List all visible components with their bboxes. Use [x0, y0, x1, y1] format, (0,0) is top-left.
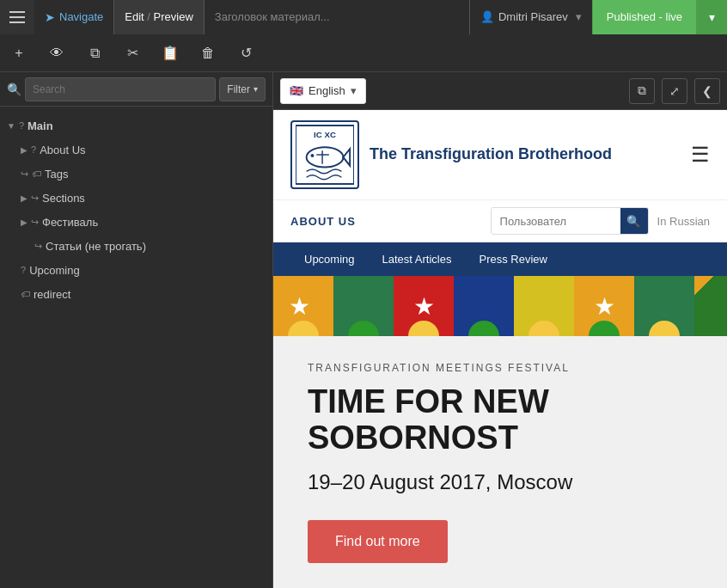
site-search-input[interactable]	[492, 211, 620, 232]
published-dropdown-button[interactable]: ▾	[696, 0, 727, 34]
svg-point-2	[307, 147, 344, 167]
toggle-icon: ▶	[21, 145, 27, 155]
edit-preview-button[interactable]: Edit / Preview	[113, 0, 204, 34]
main-label: Main	[27, 119, 53, 132]
sidebar-search-bar: 🔍 Filter ▾	[0, 72, 272, 107]
add-button[interactable]: +	[0, 34, 38, 72]
eye-button[interactable]: 👁	[38, 34, 76, 72]
published-label: Published - live	[607, 10, 682, 23]
site-nav: Upcoming Latest Articles Press Review	[273, 242, 727, 276]
magnifier-icon: 🔍	[626, 215, 641, 228]
sidebar-tree: ▼ ? Main ▶ ? About Us ↪ 🏷 Tags ▶ ↪ Secti…	[0, 107, 272, 588]
published-button[interactable]: Published - live	[592, 0, 696, 34]
hero-section: ★ ★ ★ TRANSFIGURATION MEETINGS F	[273, 276, 727, 588]
sections-label: Sections	[42, 192, 85, 205]
upcoming-label: Upcoming	[29, 264, 80, 277]
svg-text:★: ★	[594, 293, 615, 320]
search-input[interactable]	[25, 77, 216, 101]
toggle-icon: ▶	[21, 217, 27, 227]
redirect-icon: ↪	[34, 241, 42, 252]
language-dropdown-icon: ▾	[351, 84, 357, 97]
nav-press-review[interactable]: Press Review	[465, 242, 560, 276]
sidebar-item-sections[interactable]: ▶ ↪ Sections	[0, 186, 272, 210]
filter-button[interactable]: Filter ▾	[219, 77, 266, 101]
language-label: English	[309, 84, 345, 97]
logo-image: IC XC	[290, 120, 359, 189]
question-icon: ?	[31, 144, 36, 155]
refresh-button[interactable]: ↺	[227, 34, 265, 72]
hero-content: TRANSFIGURATION MEETINGS FESTIVAL TIME F…	[273, 336, 727, 588]
hero-pattern: ★ ★ ★	[273, 276, 727, 336]
preview-toolbar: 🇬🇧 English ▾ ⧉ ⤢ ❮	[273, 72, 727, 110]
refresh-icon: ↺	[241, 45, 252, 61]
sidebar-item-main[interactable]: ▼ ? Main	[0, 113, 272, 138]
about-us-label: About Us	[40, 144, 85, 156]
sidebar-item-festival[interactable]: ▶ ↪ Фестиваль	[0, 210, 272, 234]
hero-title: TIME FOR NEW SOBORNOST	[308, 384, 693, 456]
paste-button[interactable]: 📋	[151, 34, 189, 72]
edit-label: Edit	[125, 10, 144, 23]
question-icon: ?	[19, 120, 24, 131]
find-out-more-button[interactable]: Find out more	[308, 520, 448, 563]
svg-text:★: ★	[289, 293, 310, 320]
flag-icon: 🇬🇧	[290, 84, 303, 97]
site-menu-icon[interactable]: ☰	[691, 143, 710, 167]
user-icon: 👤	[480, 10, 494, 23]
sidebar-item-redirect[interactable]: 🏷 redirect	[0, 282, 272, 306]
filter-label: Filter	[227, 83, 250, 95]
svg-point-3	[310, 154, 314, 157]
filter-dropdown-icon: ▾	[254, 84, 258, 94]
copy-button[interactable]: ⧉	[76, 34, 113, 72]
external-link-button[interactable]: ⧉	[629, 78, 655, 104]
expand-button[interactable]: ⤢	[662, 78, 687, 104]
delete-button[interactable]: 🗑	[189, 34, 227, 72]
redirect-icon: ↪	[31, 217, 39, 228]
website-preview: IC XC	[273, 110, 727, 588]
paste-icon: 📋	[162, 45, 179, 61]
cut-icon: ✂	[127, 45, 138, 61]
nav-upcoming[interactable]: Upcoming	[290, 242, 369, 276]
preview-label: Preview	[154, 10, 193, 23]
trash-icon: 🗑	[201, 46, 215, 61]
cut-button[interactable]: ✂	[113, 34, 151, 72]
sidebar-item-articles[interactable]: ↪ Статьи (не трогать)	[0, 234, 272, 258]
redirect-icon: ↪	[21, 168, 28, 180]
tags-label: Tags	[45, 168, 68, 181]
tag-icon: 🏷	[32, 168, 41, 179]
nav-latest-articles[interactable]: Latest Articles	[369, 242, 466, 276]
collapse-button[interactable]: ❮	[694, 78, 720, 104]
second-bar: + 👁 ⧉ ✂ 📋 🗑 ↺	[0, 34, 727, 72]
svg-text:IC XC: IC XC	[314, 130, 336, 139]
toggle-icon: ▼	[7, 121, 15, 131]
main-area: 🔍 Filter ▾ ▼ ? Main ▶ ? About Us ↪	[0, 72, 727, 588]
logo-text: The Transfiguration Brotherhood	[370, 144, 612, 164]
site-search-button[interactable]: 🔍	[620, 208, 648, 234]
sidebar-item-tags[interactable]: ↪ 🏷 Tags	[0, 162, 272, 186]
articles-label: Статьи (не трогать)	[46, 240, 146, 253]
festival-label: Фестиваль	[42, 216, 98, 229]
site-search-field: 🔍	[491, 207, 649, 235]
about-bar: ABOUT US 🔍 In Russian	[273, 200, 727, 242]
material-title: Заголовок материал...	[204, 0, 469, 34]
search-icon: 🔍	[7, 83, 21, 96]
language-selector[interactable]: 🇬🇧 English ▾	[280, 78, 366, 104]
sidebar-item-about-us[interactable]: ▶ ? About Us	[0, 138, 272, 162]
navigate-button[interactable]: ➤ Navigate	[34, 0, 113, 34]
user-button[interactable]: 👤 Dmitri Pisarev ▾	[469, 0, 592, 34]
question-icon: ?	[21, 265, 26, 275]
navigate-label: Navigate	[59, 10, 103, 23]
chevron-down-icon: ▾	[709, 10, 715, 24]
toggle-icon: ▶	[21, 193, 27, 203]
external-link-icon: ⧉	[638, 83, 646, 98]
eye-icon: 👁	[50, 46, 64, 61]
add-icon: +	[15, 46, 22, 61]
top-bar: ➤ Navigate Edit / Preview Заголовок мате…	[0, 0, 727, 34]
slash-separator: /	[144, 10, 154, 23]
hamburger-button[interactable]	[0, 0, 34, 34]
redirect-label: redirect	[34, 288, 70, 301]
sidebar-item-upcoming[interactable]: ? Upcoming	[0, 258, 272, 282]
expand-icon: ⤢	[669, 84, 680, 98]
site-logo: IC XC	[290, 120, 691, 189]
user-dropdown-icon: ▾	[576, 10, 582, 23]
about-us-link[interactable]: ABOUT US	[290, 215, 356, 228]
